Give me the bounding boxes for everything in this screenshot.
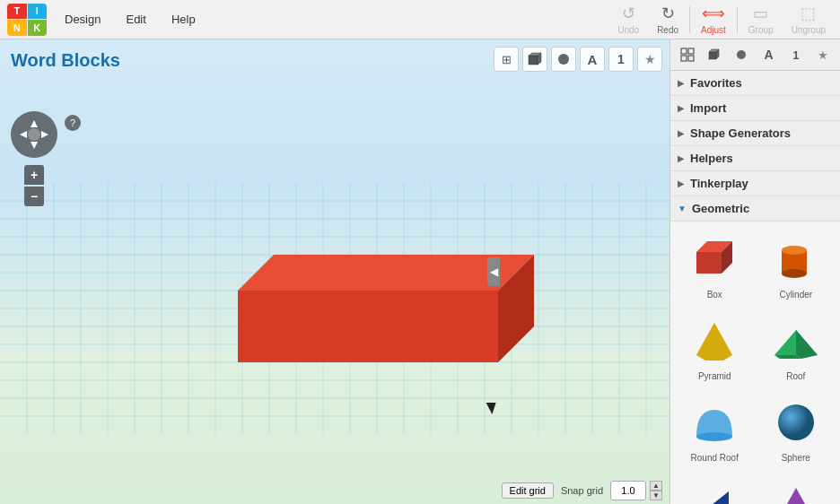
adjust-button[interactable]: ⟺ Adjust	[694, 0, 733, 39]
shape-round-roof-label: Round Roof	[691, 453, 739, 463]
shape-pyramid[interactable]: Pyramid	[678, 310, 752, 385]
ungroup-button[interactable]: ⬚ Ungroup	[784, 0, 833, 39]
view-controls: ⊞ A 1 ★	[494, 47, 662, 72]
shape-sphere-label: Sphere	[782, 453, 810, 463]
panel-sphere-button[interactable]	[730, 43, 753, 66]
section-favorites[interactable]: ▶ Favorites	[670, 71, 840, 96]
view-sphere-button[interactable]	[551, 47, 576, 72]
view-star-button[interactable]: ★	[637, 47, 662, 72]
tinkerplay-title: Tinkerplay	[690, 177, 748, 190]
section-import[interactable]: ▶ Import	[670, 96, 840, 121]
svg-marker-40	[41, 131, 48, 138]
shapes-grid: Box Cylinder	[678, 229, 833, 504]
svg-point-62	[782, 269, 807, 278]
svg-rect-50	[688, 48, 694, 54]
logo-t: T	[7, 4, 27, 20]
main: Word Blocks ? +	[0, 39, 840, 504]
section-geometric[interactable]: ▼ Geometric	[670, 196, 840, 222]
shape-pyramid-label: Pyramid	[698, 371, 731, 381]
shape-cone-preview	[769, 477, 823, 504]
project-title: Word Blocks	[11, 50, 120, 71]
svg-point-56	[737, 50, 746, 59]
shape-sphere[interactable]: Sphere	[759, 392, 834, 466]
shape-round-roof-preview	[687, 395, 741, 449]
shape-wedge[interactable]: Wedge	[678, 474, 752, 504]
menu-help[interactable]: Help	[164, 9, 203, 30]
orbit-control[interactable]	[11, 111, 57, 158]
snap-up-button[interactable]: ▲	[650, 481, 662, 491]
logo[interactable]: T I N K	[7, 4, 47, 36]
orbit-arrows	[14, 115, 54, 154]
group-button[interactable]: ▭ Group	[741, 0, 781, 39]
view-text-button[interactable]: A	[580, 47, 605, 72]
shape-box-label: Box	[707, 290, 722, 300]
svg-marker-70	[695, 491, 729, 504]
import-arrow: ▶	[678, 103, 685, 113]
shape-cylinder-label: Cylinder	[779, 290, 812, 300]
edit-grid-button[interactable]: Edit grid	[502, 482, 554, 499]
toolbar-divider-2	[737, 6, 738, 33]
undo-label: Undo	[617, 25, 639, 35]
svg-rect-52	[688, 56, 694, 61]
panel-text-button[interactable]: A	[757, 43, 781, 66]
shape-gen-arrow: ▶	[678, 128, 685, 138]
svg-marker-37	[31, 120, 38, 127]
adjust-label: Adjust	[701, 25, 726, 35]
snap-control: ▲ ▼	[610, 481, 662, 500]
panel-star-button[interactable]: ★	[811, 43, 835, 66]
group-label: Group	[748, 25, 774, 35]
geometric-content: Box Cylinder	[670, 222, 840, 504]
favorites-arrow: ▶	[678, 78, 685, 88]
view-cube-button[interactable]	[522, 47, 547, 72]
shape-cone[interactable]: Cone	[759, 474, 834, 504]
favorites-title: Favorites	[690, 76, 742, 90]
panel-number-button[interactable]: 1	[784, 43, 808, 66]
panel-grid-button[interactable]	[676, 43, 699, 66]
panel-cube-button[interactable]	[703, 43, 726, 66]
shape-box[interactable]: Box	[678, 229, 752, 303]
svg-marker-64	[696, 323, 732, 361]
shape-round-roof[interactable]: Round Roof	[678, 392, 752, 466]
shape-roof[interactable]: Roof	[759, 310, 834, 385]
svg-point-61	[782, 246, 807, 255]
snap-value-input[interactable]	[610, 481, 646, 500]
snap-grid-label: Snap grid	[561, 485, 603, 496]
geometric-title: Geometric	[692, 202, 749, 215]
svg-marker-39	[20, 131, 27, 138]
menu-design[interactable]: Design	[57, 9, 108, 30]
collapse-panel-button[interactable]: ◀	[487, 257, 500, 286]
svg-marker-67	[796, 330, 818, 359]
view-number-button[interactable]: 1	[608, 47, 634, 72]
section-helpers[interactable]: ▶ Helpers	[670, 146, 840, 171]
svg-rect-53	[709, 52, 716, 59]
svg-marker-73	[778, 488, 814, 504]
shape-roof-label: Roof	[786, 371, 805, 381]
import-title: Import	[690, 101, 726, 115]
svg-point-68	[696, 432, 732, 441]
toolbar-divider-1	[689, 6, 690, 33]
undo-button[interactable]: ↺ Undo	[610, 0, 646, 39]
logo-n: N	[7, 20, 27, 36]
tinkerplay-arrow: ▶	[678, 178, 685, 188]
svg-marker-42	[238, 291, 498, 362]
menu-edit[interactable]: Edit	[118, 9, 153, 30]
shape-cylinder[interactable]: Cylinder	[759, 229, 834, 303]
svg-point-69	[778, 404, 814, 440]
redo-label: Redo	[657, 25, 678, 35]
nav-controls: + −	[11, 111, 57, 206]
viewport[interactable]: Word Blocks ? +	[0, 39, 669, 504]
svg-rect-45	[529, 56, 538, 65]
shape-pyramid-preview	[687, 314, 741, 368]
zoom-out-button[interactable]: −	[24, 187, 44, 206]
help-button[interactable]: ?	[65, 115, 81, 131]
section-tinkerplay[interactable]: ▶ Tinkerplay	[670, 171, 840, 196]
zoom-in-button[interactable]: +	[24, 165, 44, 185]
snap-down-button[interactable]: ▼	[650, 491, 662, 500]
bottom-bar: Edit grid Snap grid ▲ ▼	[502, 481, 662, 500]
redo-icon: ↻	[661, 4, 675, 23]
view-grid-button[interactable]: ⊞	[494, 47, 519, 72]
snap-arrows: ▲ ▼	[650, 481, 662, 500]
redo-button[interactable]: ↻ Redo	[650, 0, 686, 39]
section-shape-generators[interactable]: ▶ Shape Generators	[670, 121, 840, 146]
adjust-icon: ⟺	[702, 4, 725, 23]
